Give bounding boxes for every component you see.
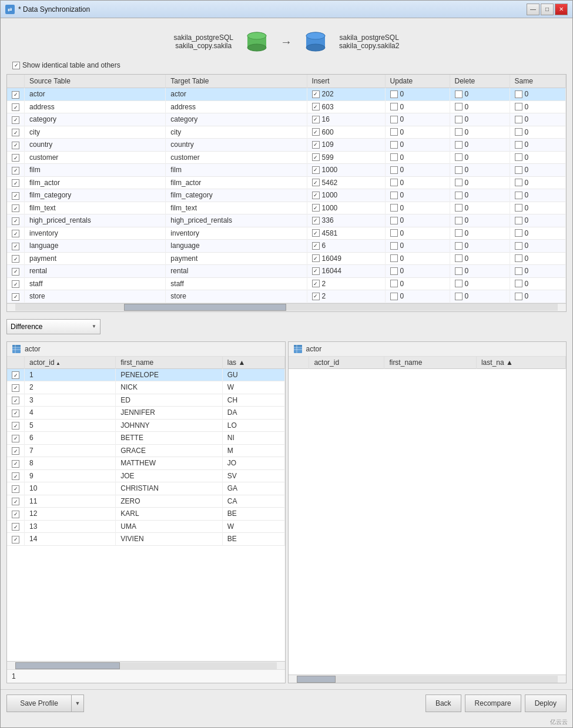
table-scrollbar[interactable] xyxy=(7,303,566,311)
row-checkbox[interactable] xyxy=(12,255,19,263)
delete-checkbox[interactable] xyxy=(455,204,463,212)
save-profile-dropdown-arrow[interactable]: ▼ xyxy=(71,695,84,712)
left-data-row[interactable]: 1PENELOPEGU xyxy=(7,368,284,381)
left-data-row[interactable]: 12KARLBE xyxy=(7,508,284,521)
sync-table-row[interactable]: customercustomer599000 xyxy=(7,151,566,164)
show-identical-checkbox[interactable] xyxy=(12,62,20,69)
insert-checkbox[interactable] xyxy=(312,229,320,237)
same-checkbox[interactable] xyxy=(515,192,522,199)
insert-checkbox[interactable] xyxy=(312,116,320,123)
left-data-row[interactable]: 10CHRISTIANGA xyxy=(7,482,284,495)
row-checkbox[interactable] xyxy=(12,192,19,200)
delete-checkbox[interactable] xyxy=(455,217,463,224)
insert-checkbox[interactable] xyxy=(312,217,320,224)
left-data-row[interactable]: 4JENNIFERDA xyxy=(7,407,284,420)
sync-table-row[interactable]: film_textfilm_text1000000 xyxy=(7,202,566,214)
right-horiz-scrollbar[interactable] xyxy=(289,675,567,683)
delete-checkbox[interactable] xyxy=(455,141,463,149)
row-checkbox[interactable] xyxy=(12,154,19,162)
left-row-checkbox[interactable] xyxy=(12,422,19,430)
left-col-last-name[interactable]: las ▲ xyxy=(222,357,284,369)
left-data-row[interactable]: 14VIVIENBE xyxy=(7,533,284,546)
row-checkbox[interactable] xyxy=(12,129,19,136)
delete-checkbox[interactable] xyxy=(455,128,463,136)
delete-checkbox[interactable] xyxy=(455,242,463,250)
update-checkbox[interactable] xyxy=(390,128,398,136)
sync-table-row[interactable]: inventoryinventory4581000 xyxy=(7,227,566,240)
left-row-checkbox[interactable] xyxy=(12,460,19,468)
row-checkbox[interactable] xyxy=(12,179,19,187)
delete-checkbox[interactable] xyxy=(455,179,463,186)
left-data-row[interactable]: 7GRACEM xyxy=(7,444,284,457)
update-checkbox[interactable] xyxy=(390,90,398,98)
update-checkbox[interactable] xyxy=(390,204,398,212)
insert-checkbox[interactable] xyxy=(312,192,320,199)
insert-checkbox[interactable] xyxy=(312,242,320,250)
sync-table-row[interactable]: storestore2000 xyxy=(7,290,566,303)
update-checkbox[interactable] xyxy=(390,280,398,287)
left-row-checkbox[interactable] xyxy=(12,447,19,455)
row-checkbox[interactable] xyxy=(12,230,19,237)
update-checkbox[interactable] xyxy=(390,229,398,237)
same-checkbox[interactable] xyxy=(515,267,522,275)
update-checkbox[interactable] xyxy=(390,217,398,224)
left-row-checkbox[interactable] xyxy=(12,485,19,493)
sync-table-row[interactable]: film_actorfilm_actor5462000 xyxy=(7,176,566,189)
left-row-checkbox[interactable] xyxy=(12,536,19,544)
recompare-button[interactable]: Recompare xyxy=(465,695,521,712)
left-row-checkbox[interactable] xyxy=(12,511,19,518)
row-checkbox[interactable] xyxy=(12,167,19,175)
sync-table-row[interactable]: citycity600000 xyxy=(7,126,566,139)
left-row-checkbox[interactable] xyxy=(12,498,19,505)
left-row-checkbox[interactable] xyxy=(12,523,19,531)
row-checkbox[interactable] xyxy=(12,204,19,212)
sync-table-row[interactable]: staffstaff2000 xyxy=(7,277,566,290)
back-button[interactable]: Back xyxy=(425,695,461,712)
left-row-checkbox[interactable] xyxy=(12,472,19,480)
same-checkbox[interactable] xyxy=(515,103,522,110)
sync-table-row[interactable]: high_priced_rentalshigh_priced_rentals33… xyxy=(7,214,566,227)
minimize-button[interactable]: — xyxy=(527,4,540,15)
close-button[interactable]: ✕ xyxy=(555,4,568,15)
same-checkbox[interactable] xyxy=(515,242,522,250)
insert-checkbox[interactable] xyxy=(312,280,320,287)
insert-checkbox[interactable] xyxy=(312,153,320,161)
delete-checkbox[interactable] xyxy=(455,280,463,287)
same-checkbox[interactable] xyxy=(515,128,522,136)
right-col-first-name[interactable]: first_name xyxy=(384,357,477,369)
same-checkbox[interactable] xyxy=(515,254,522,262)
delete-checkbox[interactable] xyxy=(455,192,463,199)
left-col-first-name[interactable]: first_name xyxy=(116,357,223,369)
row-checkbox[interactable] xyxy=(12,243,19,250)
save-profile-button[interactable]: Save Profile xyxy=(6,695,71,712)
row-checkbox[interactable] xyxy=(12,91,19,99)
left-data-row[interactable]: 9JOESV xyxy=(7,469,284,482)
insert-checkbox[interactable] xyxy=(312,141,320,149)
same-checkbox[interactable] xyxy=(515,229,522,237)
insert-checkbox[interactable] xyxy=(312,103,320,110)
update-checkbox[interactable] xyxy=(390,192,398,199)
update-checkbox[interactable] xyxy=(390,254,398,262)
sync-table-row[interactable]: film_categoryfilm_category1000000 xyxy=(7,189,566,202)
delete-checkbox[interactable] xyxy=(455,153,463,161)
same-checkbox[interactable] xyxy=(515,116,522,123)
insert-checkbox[interactable] xyxy=(312,293,320,300)
left-row-checkbox[interactable] xyxy=(12,397,19,404)
row-checkbox[interactable] xyxy=(12,293,19,301)
left-data-row[interactable]: 8MATTHEWJO xyxy=(7,457,284,470)
insert-checkbox[interactable] xyxy=(312,166,320,174)
sync-table-row[interactable]: filmfilm1000000 xyxy=(7,164,566,177)
difference-select[interactable]: Difference ▼ xyxy=(6,319,100,334)
left-data-row[interactable]: 3EDCH xyxy=(7,394,284,407)
left-data-row[interactable]: 2NICKW xyxy=(7,381,284,394)
left-data-row[interactable]: 11ZEROCA xyxy=(7,495,284,508)
update-checkbox[interactable] xyxy=(390,242,398,250)
delete-checkbox[interactable] xyxy=(455,267,463,275)
row-checkbox[interactable] xyxy=(12,103,19,111)
left-data-row[interactable]: 13UMAW xyxy=(7,520,284,533)
same-checkbox[interactable] xyxy=(515,90,522,98)
deploy-button[interactable]: Deploy xyxy=(525,695,567,712)
sync-table-row[interactable]: paymentpayment16049000 xyxy=(7,252,566,265)
same-checkbox[interactable] xyxy=(515,293,522,300)
insert-checkbox[interactable] xyxy=(312,267,320,275)
